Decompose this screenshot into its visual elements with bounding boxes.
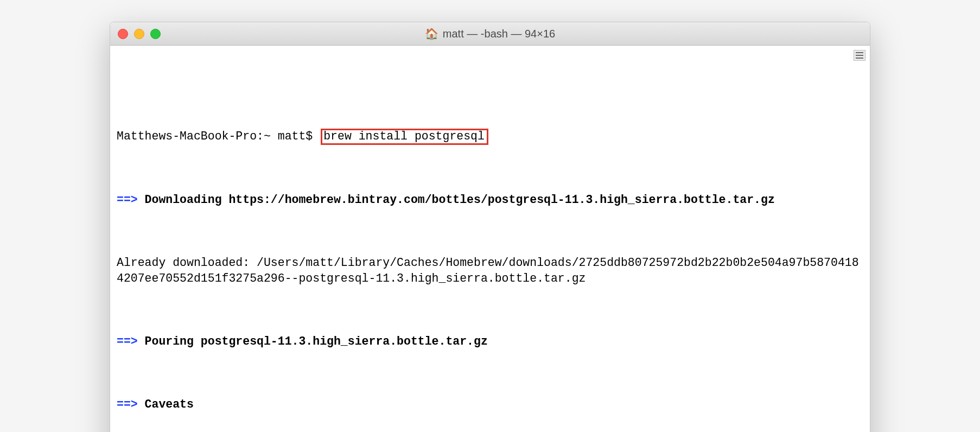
window-title: matt — -bash — 94×16 (443, 28, 555, 40)
brew-heading: Downloading https://homebrew.bintray.com… (145, 193, 775, 206)
terminal-line: ==> Caveats (117, 397, 863, 412)
window-title-group: 🏠 matt — -bash — 94×16 (425, 27, 555, 40)
entered-command: brew install postgresql (321, 129, 488, 145)
brew-arrow: ==> (117, 398, 145, 411)
terminal-line: Already downloaded: /Users/matt/Library/… (117, 255, 863, 287)
terminal-body[interactable]: Matthews-MacBook-Pro:~ matt$ brew instal… (110, 46, 870, 432)
home-icon: 🏠 (425, 27, 438, 40)
brew-arrow: ==> (117, 335, 145, 348)
brew-heading: Pouring postgresql-11.3.high_sierra.bott… (145, 335, 488, 348)
shell-prompt: Matthews-MacBook-Pro:~ matt$ (117, 130, 320, 143)
hamburger-icon[interactable] (854, 50, 866, 61)
terminal-line: Matthews-MacBook-Pro:~ matt$ brew instal… (117, 129, 863, 145)
minimize-button[interactable] (134, 29, 144, 39)
brew-heading: Caveats (145, 398, 194, 411)
terminal-window: 🏠 matt — -bash — 94×16 Matthews-MacBook-… (110, 22, 870, 432)
terminal-line: ==> Downloading https://homebrew.bintray… (117, 192, 863, 208)
brew-arrow: ==> (117, 193, 145, 206)
terminal-line: ==> Pouring postgresql-11.3.high_sierra.… (117, 334, 863, 350)
titlebar[interactable]: 🏠 matt — -bash — 94×16 (110, 22, 870, 46)
close-button[interactable] (118, 29, 128, 39)
fullscreen-button[interactable] (150, 29, 161, 39)
traffic-lights (118, 29, 161, 39)
